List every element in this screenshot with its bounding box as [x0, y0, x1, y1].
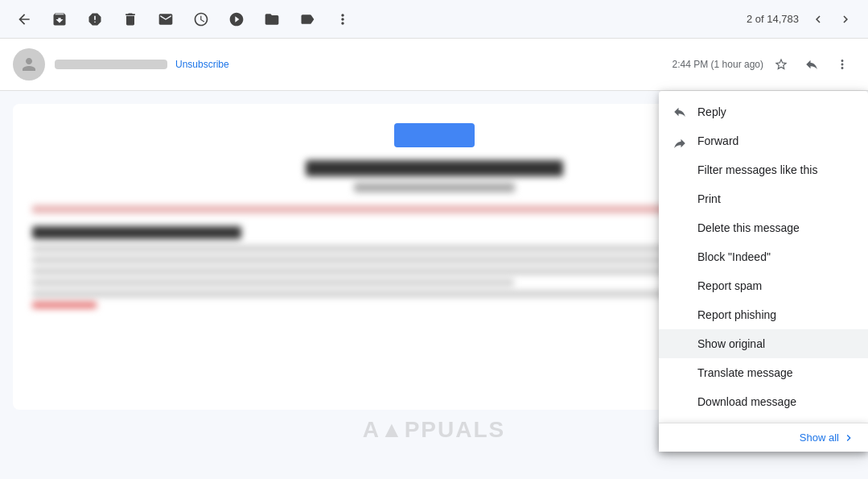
email-actions-right: 2:44 PM (1 hour ago) — [673, 52, 855, 77]
toolbar-right: 2 of 14,783 — [747, 6, 858, 32]
label-button[interactable] — [293, 5, 322, 34]
show-all-label: Show all — [800, 432, 839, 444]
menu-block-label: Block "Indeed" — [697, 250, 855, 263]
top-toolbar: 2 of 14,783 — [0, 0, 868, 39]
email-header: Unsubscribe 2:44 PM (1 hour ago) — [0, 39, 868, 91]
menu-item-show-original[interactable]: Show original — [659, 329, 868, 358]
forward-icon — [672, 133, 688, 149]
menu-show-original-label: Show original — [697, 337, 855, 350]
report-phishing-icon — [672, 307, 688, 323]
report-spam-button[interactable] — [80, 5, 109, 34]
menu-forward-label: Forward — [697, 134, 855, 147]
download-icon — [672, 394, 688, 410]
menu-item-filter[interactable]: Filter messages like this — [659, 155, 868, 184]
menu-item-report-spam[interactable]: Report spam — [659, 271, 868, 300]
menu-item-delete[interactable]: Delete this message — [659, 213, 868, 242]
show-all-bar: Show all — [659, 423, 868, 452]
menu-item-report-phishing[interactable]: Report phishing — [659, 300, 868, 329]
avatar — [13, 48, 45, 81]
email-time: 2:44 PM (1 hour ago) — [673, 59, 763, 70]
content-title — [306, 160, 563, 176]
mark-unread-button[interactable] — [151, 5, 180, 34]
menu-filter-label: Filter messages like this — [697, 163, 855, 176]
back-button[interactable] — [10, 5, 39, 34]
toolbar-left — [10, 5, 357, 34]
next-email-button[interactable] — [833, 6, 858, 32]
show-all-button[interactable]: Show all — [793, 428, 862, 448]
content-cta — [32, 302, 97, 308]
menu-item-reply[interactable]: Reply — [659, 97, 868, 126]
delete-button[interactable] — [116, 5, 145, 34]
menu-item-forward[interactable]: Forward — [659, 126, 868, 155]
menu-item-print[interactable]: Print — [659, 184, 868, 213]
content-subtitle — [354, 183, 515, 192]
menu-report-spam-label: Report spam — [697, 279, 855, 292]
menu-report-phishing-label: Report phishing — [697, 308, 855, 321]
menu-print-label: Print — [697, 192, 855, 205]
translate-icon — [672, 365, 688, 381]
snooze-button[interactable] — [187, 5, 216, 34]
watermark: A▲PPUALS — [363, 417, 506, 443]
print-icon — [672, 191, 688, 207]
block-icon — [672, 249, 688, 265]
content-section-title — [32, 226, 241, 239]
task-button[interactable] — [222, 5, 251, 34]
dropdown-menu: Reply Forward Filter messages like this … — [659, 91, 868, 452]
menu-item-download[interactable]: Download message — [659, 387, 868, 416]
menu-download-label: Download message — [697, 395, 855, 408]
reply-icon — [672, 104, 688, 120]
move-button[interactable] — [257, 5, 286, 34]
archive-button[interactable] — [45, 5, 74, 34]
sender-info: Unsubscribe — [55, 59, 663, 70]
star-button[interactable] — [768, 52, 794, 77]
prev-email-button[interactable] — [805, 6, 831, 32]
menu-reply-label: Reply — [697, 105, 855, 118]
content-line-4 — [32, 279, 514, 286]
nav-arrows — [805, 6, 858, 32]
filter-icon — [672, 162, 688, 178]
show-original-icon — [672, 336, 688, 352]
more-toolbar-button[interactable] — [328, 5, 357, 34]
logo-placeholder — [394, 123, 475, 147]
menu-translate-label: Translate message — [697, 366, 855, 379]
menu-item-translate[interactable]: Translate message — [659, 358, 868, 387]
menu-delete-label: Delete this message — [697, 221, 855, 234]
menu-item-block[interactable]: Block "Indeed" — [659, 242, 868, 271]
reply-quick-button[interactable] — [799, 52, 825, 77]
delete-menu-icon — [672, 220, 688, 236]
report-spam-menu-icon — [672, 278, 688, 294]
email-counter: 2 of 14,783 — [747, 13, 799, 25]
unsubscribe-link[interactable]: Unsubscribe — [175, 59, 229, 70]
more-email-button[interactable] — [829, 52, 855, 77]
sender-name-row: Unsubscribe — [55, 59, 663, 70]
main-content: A▲PPUALS Reply Forward Filter messages l… — [0, 91, 868, 479]
sender-name-blur — [55, 60, 167, 69]
